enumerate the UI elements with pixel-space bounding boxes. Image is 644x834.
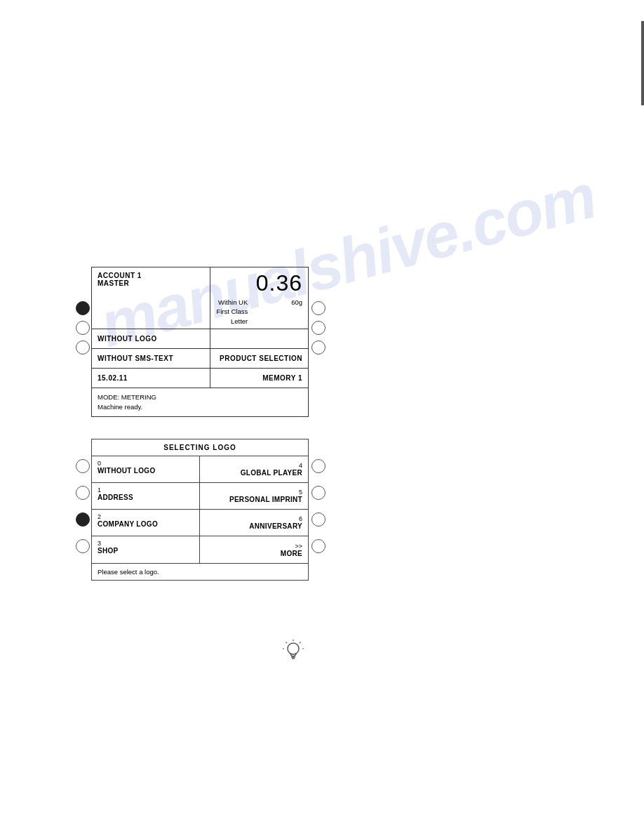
radio-logo-0[interactable] [76, 459, 90, 473]
right-edge-bar [641, 21, 644, 105]
lightbulb-icon [281, 639, 306, 669]
mode-line2: Machine ready. [98, 402, 302, 412]
radio-logo-2[interactable] [76, 512, 90, 527]
logo-name-3: SHOP [98, 547, 194, 555]
radio-logo-3[interactable] [76, 539, 90, 553]
postage-weight: 60g [291, 298, 302, 326]
logo-item-4[interactable]: 4 GLOBAL PLAYER [200, 456, 308, 483]
logo-item-2[interactable]: 2 COMPANY LOGO [92, 510, 199, 536]
logo-num-2: 2 [98, 513, 194, 520]
logo-num-1: 1 [98, 486, 194, 494]
svg-point-0 [288, 643, 299, 654]
svg-line-6 [286, 642, 288, 644]
logo-item-5[interactable]: 5 PERSONAL IMPRINT [200, 483, 308, 510]
account-line2: MASTER [98, 279, 204, 287]
svg-line-4 [300, 642, 301, 644]
logo-selection-panel: SELECTING LOGO 0 WITHOUT LOGO 1 ADDRESS … [91, 439, 309, 581]
account-info: ACCOUNT 1 MASTER [92, 267, 210, 329]
radio-logo-5[interactable] [311, 486, 326, 500]
without-logo-right [210, 329, 308, 348]
radio-without-sms-text[interactable] [76, 321, 90, 335]
logo-item-1[interactable]: 1 ADDRESS [92, 483, 199, 510]
logo-name-0: WITHOUT LOGO [98, 467, 194, 475]
logo-num-4: 4 [299, 462, 302, 469]
account-line1: ACCOUNT 1 [98, 272, 204, 279]
price-value: 0.36 [216, 270, 302, 296]
logo-num-6: 6 [299, 515, 302, 522]
postage-type: Letter [216, 317, 248, 326]
logo-name-2: COMPANY LOGO [98, 520, 194, 528]
logo-name-6: ANNIVERSARY [249, 522, 302, 530]
date-label: 15.02.11 [92, 369, 210, 388]
radio-without-logo[interactable] [76, 301, 90, 315]
radio-date[interactable] [76, 340, 90, 355]
memory-label: MEMORY 1 [210, 369, 308, 388]
logo-name-4: GLOBAL PLAYER [241, 469, 302, 477]
logo-panel-header: SELECTING LOGO [92, 439, 308, 456]
logo-item-more[interactable]: >> MORE [200, 536, 308, 563]
radio-logo-1[interactable] [76, 486, 90, 500]
radio-logo-6[interactable] [311, 512, 326, 527]
radio-logo-4[interactable] [311, 459, 326, 473]
top-panel-radio-right [311, 267, 326, 357]
postage-class: First Class [216, 307, 248, 316]
postage-zone: Within UK [216, 298, 248, 307]
logo-radio-left [76, 453, 90, 560]
logo-col-right: 4 GLOBAL PLAYER 5 PERSONAL IMPRINT 6 ANN… [200, 456, 308, 563]
logo-item-3[interactable]: 3 SHOP [92, 536, 199, 563]
logo-num-5: 5 [299, 489, 302, 496]
logo-item-6[interactable]: 6 ANNIVERSARY [200, 510, 308, 536]
without-sms-label: WITHOUT SMS-TEXT [92, 349, 210, 368]
top-panel-radio-left [76, 267, 90, 357]
logo-name-1: ADDRESS [98, 494, 194, 501]
logo-item-0[interactable]: 0 WITHOUT LOGO [92, 456, 199, 483]
logo-radio-right [311, 453, 326, 560]
logo-num-more: >> [295, 543, 302, 550]
mode-line1: MODE: METERING [98, 392, 302, 402]
radio-right-3[interactable] [311, 340, 326, 355]
logo-num-0: 0 [98, 460, 194, 467]
display-panel: ACCOUNT 1 MASTER 0.36 Within UK First Cl… [91, 267, 309, 417]
mode-row: MODE: METERING Machine ready. [92, 388, 308, 417]
radio-right-1[interactable] [311, 301, 326, 315]
radio-right-2[interactable] [311, 321, 326, 335]
product-selection-label: PRODUCT SELECTION [210, 349, 308, 368]
without-logo-label: WITHOUT LOGO [92, 329, 210, 348]
logo-num-3: 3 [98, 540, 194, 547]
logo-col-left: 0 WITHOUT LOGO 1 ADDRESS 2 COMPANY LOGO … [92, 456, 200, 563]
radio-logo-more[interactable] [311, 539, 326, 553]
logo-name-more: MORE [281, 550, 302, 557]
price-postage: 0.36 Within UK First Class Letter 60g [210, 267, 308, 329]
logo-status-text: Please select a logo. [92, 563, 308, 580]
logo-name-5: PERSONAL IMPRINT [229, 496, 302, 503]
